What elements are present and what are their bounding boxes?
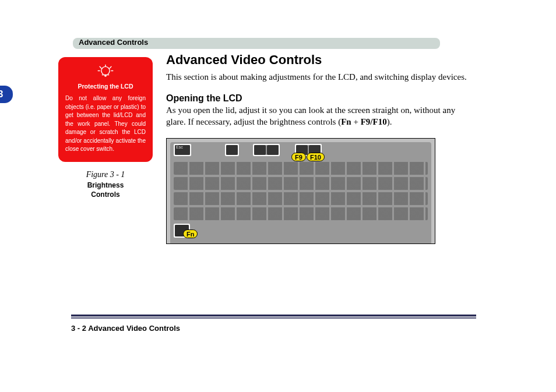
- keyboard-row-2: [174, 177, 428, 190]
- key-esc-label: Esc: [176, 145, 183, 149]
- bubble-f9: F9: [291, 153, 306, 161]
- body-bold-f9f10: F9/F10: [361, 117, 387, 126]
- key-f5f6-outline: [253, 144, 280, 156]
- subheading-opening-lcd: Opening the LCD: [166, 93, 472, 104]
- bubble-f10: F10: [307, 153, 325, 161]
- keyboard-row-1: [174, 162, 428, 175]
- intro-paragraph: This section is about making adjustments…: [166, 71, 472, 83]
- chapter-tab: 3: [0, 86, 13, 103]
- bubble-fn: Fn: [183, 229, 198, 238]
- figure-title-line1: Brightness: [58, 181, 153, 190]
- keyboard-row-4: [174, 207, 428, 220]
- section-header: Advanced Controls: [73, 38, 519, 49]
- figure-title-line2: Controls: [58, 190, 153, 200]
- footer-text: 3 - 2 Advanced Video Controls: [71, 324, 180, 333]
- warning-box: Protecting the LCD Do not allow any fore…: [58, 57, 153, 162]
- page-title: Advanced Video Controls: [166, 52, 472, 68]
- figure-label: Figure 3 - 1: [58, 170, 153, 179]
- warning-title: Protecting the LCD: [65, 83, 146, 90]
- alarm-icon: [65, 63, 146, 79]
- body-paragraph: As you open the lid, adjust it so you ca…: [166, 105, 472, 128]
- keyboard-row-3: [174, 192, 428, 205]
- body-pre: As you open the lid, adjust it so you ca…: [166, 105, 455, 126]
- key-f3-outline: [225, 144, 239, 156]
- section-header-text: Advanced Controls: [79, 38, 148, 47]
- body-plus: +: [351, 117, 361, 126]
- body-post: ).: [387, 117, 392, 126]
- keyboard-illustration: Esc F9 F10 Fn: [166, 138, 435, 244]
- svg-point-0: [105, 75, 106, 76]
- warning-text: Do not allow any foreign objects (i.e. p…: [65, 94, 146, 154]
- body-bold-fn: Fn: [341, 117, 351, 126]
- figure-caption: Figure 3 - 1 Brightness Controls: [58, 170, 153, 200]
- footer-rule: [71, 315, 476, 317]
